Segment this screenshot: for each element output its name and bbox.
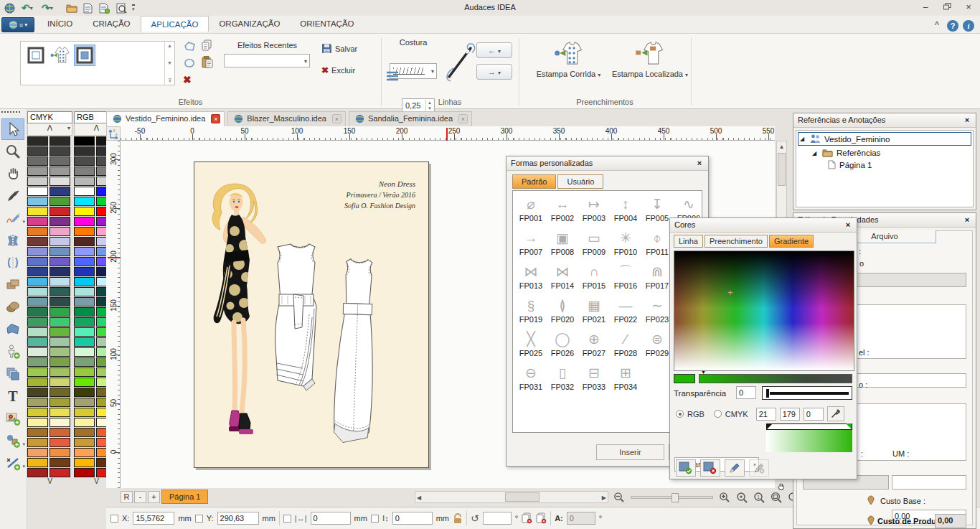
copy-rotate-icon[interactable] [522,512,532,524]
minimize-button[interactable]: – [915,1,936,14]
r-value-input[interactable]: 21 [756,408,776,421]
expander-icon[interactable]: ◢ [812,150,819,156]
scroll-left-arrow[interactable]: ◀ [417,495,421,501]
color-swatch[interactable] [50,317,70,327]
color-swatch[interactable] [74,438,95,447]
shape-item-fp001[interactable]: ⌀FP001 [515,195,547,223]
color-swatch[interactable] [74,418,95,427]
menu-tab-orientação[interactable]: ORIENTAÇÃO [290,16,364,31]
zoom-slider-thumb[interactable] [672,493,679,502]
shape-item-fp027[interactable]: ⊕FP027 [578,330,610,357]
color-swatch[interactable] [50,146,70,156]
color-swatch[interactable] [27,378,48,387]
color-swatch[interactable] [27,428,48,437]
shape-item-fp015[interactable]: ∩FP015 [578,263,610,290]
collapse-ribbon-button[interactable]: ^ [931,20,943,32]
mannequin-tool[interactable] [1,341,24,362]
shape-item-fp004[interactable]: ↕FP004 [610,195,641,223]
color-swatch[interactable] [27,237,48,246]
shape-item-fp005[interactable]: ↧FP005 [641,195,673,223]
color-swatch[interactable] [27,468,48,477]
color-swatch[interactable] [50,418,70,427]
color-swatch[interactable] [74,267,95,276]
tree-item-page[interactable]: Página 1 [796,159,973,171]
color-swatch[interactable] [50,297,70,306]
color-swatch[interactable] [74,237,95,246]
shape-item-fp028[interactable]: ∕FP028 [610,330,641,357]
help-button[interactable]: ? [947,20,958,32]
y-lock-checkbox[interactable] [195,515,203,523]
shape-item-fp032[interactable]: ▯FP032 [547,364,578,391]
y-coordinate-input[interactable]: 290,63 [217,512,259,525]
toolbar-drag-handle[interactable] [1,111,20,117]
color-swatch[interactable] [50,327,70,337]
color-swatch[interactable] [50,428,70,437]
color-swatch[interactable] [74,388,95,397]
shape-item-fp014[interactable]: ⋈FP014 [547,263,578,290]
copy-effect-icon[interactable] [202,39,212,53]
color-swatch[interactable] [74,307,95,317]
zoom-one-to-one-icon[interactable]: 1 [753,492,765,503]
color-swatch[interactable] [50,347,70,357]
effect-print-icon[interactable] [50,45,71,66]
close-button[interactable]: × [958,1,979,14]
scroll-up-arrow[interactable]: ▲ [777,144,786,150]
insert-shape-button[interactable]: Inserir [596,444,664,460]
x-lock-checkbox[interactable] [110,515,118,523]
color-swatch[interactable] [74,167,95,176]
pan-tool[interactable] [1,163,24,184]
color-swatch[interactable] [74,428,95,437]
shapes-tab-usuário[interactable]: Usuário [557,174,603,189]
color-swatch[interactable] [27,207,48,216]
shape-item-fp025[interactable]: ╳FP025 [515,330,547,357]
color-swatch[interactable] [27,197,48,206]
color-swatch[interactable] [50,287,70,296]
recent-effects-combo[interactable]: ▾ [224,54,310,67]
color-swatch[interactable] [27,458,48,467]
horizontal-scrollbar[interactable]: ◀ ▶ [415,491,608,503]
color-swatch[interactable] [50,197,70,206]
color-swatch[interactable] [27,448,48,457]
line-weight-icon[interactable] [386,71,399,83]
colors-close-icon[interactable]: × [843,220,853,230]
arrow-start-button[interactable]: ← ▾ [476,42,512,58]
color-swatch[interactable] [50,156,70,166]
pin-icon[interactable] [866,495,876,505]
tab-close-icon[interactable]: × [211,114,220,123]
transparency-slider-thumb[interactable] [766,389,769,398]
menu-tab-início[interactable]: INÍCIO [37,16,83,31]
color-swatch[interactable] [27,337,48,347]
shape-item-fp017[interactable]: ⋒FP017 [641,263,673,290]
color-swatch[interactable] [27,418,48,427]
color-swatch[interactable] [50,217,70,226]
effect-shape2-icon[interactable] [184,57,196,70]
effect-fill-frame-icon[interactable] [74,45,95,66]
height-input[interactable]: 0 [392,512,433,525]
color-swatch[interactable] [27,408,48,417]
color-swatch[interactable] [27,167,48,176]
g-value-input[interactable]: 179 [780,408,800,421]
color-spectrum[interactable]: + [674,251,854,371]
color-swatch[interactable] [74,227,95,236]
document-tab[interactable]: Vestido_Feminino.idea× [106,111,225,126]
effect-frame-icon[interactable] [25,45,47,66]
shape-item-fp002[interactable]: ↔FP002 [547,195,578,223]
page-tab[interactable]: Página 1 [161,490,208,504]
color-swatch[interactable] [27,217,48,226]
color-swatch[interactable] [74,468,95,477]
effect-shape1-icon[interactable] [184,41,196,53]
shape-item-fp031[interactable]: ⊖FP031 [515,364,547,391]
color-swatch[interactable] [74,337,95,347]
zoom-tool[interactable] [1,141,24,162]
color-swatch[interactable] [27,398,48,407]
color-swatch[interactable] [74,317,95,327]
color-swatch[interactable] [27,136,48,146]
color-swatch[interactable] [27,187,48,196]
info-button[interactable]: i [963,20,974,32]
pattern-tool[interactable]: ▾ [1,430,24,451]
color-swatch[interactable] [50,337,70,347]
color-swatch[interactable] [50,177,70,186]
shape-item-fp029[interactable]: ⊜FP029 [641,330,673,357]
estampa-corrida-button[interactable]: Estampa Corrida ▾ [531,39,606,78]
ruler-origin-button[interactable]: yx [106,126,121,141]
